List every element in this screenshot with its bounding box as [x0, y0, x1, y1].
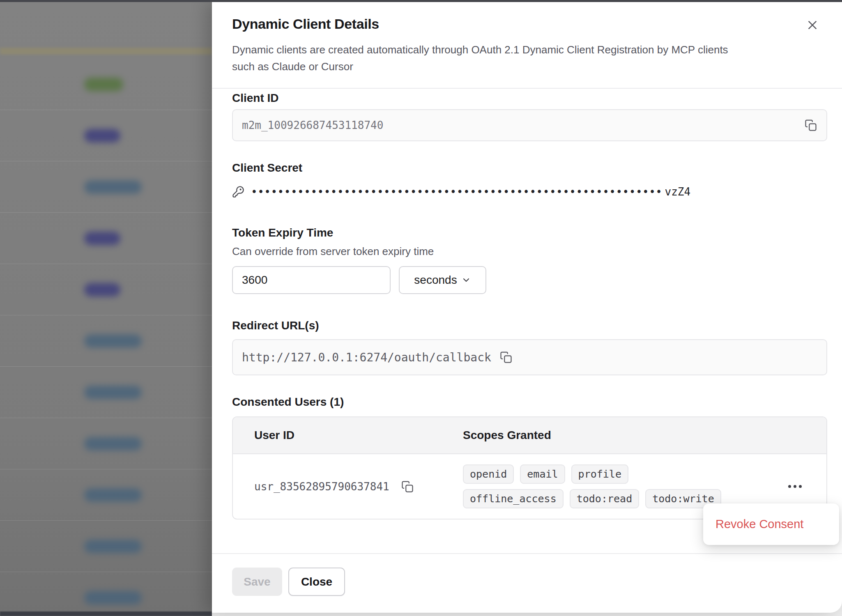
- scopes-list: openidemailprofileoffline_accesstodo:rea…: [463, 464, 734, 508]
- row-more-actions-button[interactable]: [787, 481, 803, 492]
- scope-badge: email: [520, 464, 565, 484]
- background-table-row: [0, 469, 212, 521]
- user-id-cell: usr_83562895790637841: [233, 478, 463, 495]
- chevron-down-icon: [461, 275, 471, 285]
- client-secret-suffix: vzZ4: [665, 186, 691, 198]
- client-id-value: m2m_100926687453118740: [233, 119, 383, 131]
- scope-badge: todo:read: [570, 489, 639, 508]
- background-table-row: [0, 161, 212, 213]
- dynamic-client-details-modal: Dynamic Client Details Dynamic clients a…: [212, 2, 842, 613]
- background-table-row: [0, 367, 212, 418]
- window-top-bar: [0, 0, 842, 2]
- client-secret-masked: ••••••••••••••••••••••••••••••••••••••••…: [251, 186, 663, 198]
- modal-description-line-2: such as Claude or Cursor: [232, 58, 819, 75]
- client-secret-label: Client Secret: [232, 161, 302, 175]
- background-status-badge: [84, 129, 120, 143]
- background-status-badge: [84, 591, 142, 605]
- scope-badge: offline_access: [463, 489, 564, 508]
- background-bottom-strip: [0, 611, 212, 616]
- copy-client-id-button[interactable]: [803, 117, 819, 133]
- client-secret-row: ••••••••••••••••••••••••••••••••••••••••…: [232, 182, 690, 202]
- revoke-consent-menu-item[interactable]: Revoke Consent: [715, 517, 803, 531]
- dimmed-background-app: [0, 0, 212, 616]
- background-table-row: [0, 110, 212, 161]
- redirect-url-field: http://127.0.0.1:6274/oauth/callback: [232, 339, 827, 375]
- row-actions-cell: [734, 481, 826, 492]
- copy-user-id-button[interactable]: [399, 478, 416, 495]
- save-button[interactable]: Save: [232, 568, 282, 596]
- scope-badge: openid: [463, 464, 514, 484]
- consented-users-table-header: User ID Scopes Granted: [233, 417, 826, 454]
- token-expiry-input[interactable]: [232, 266, 391, 294]
- header-divider: [212, 88, 842, 89]
- modal-description-line-1: Dynamic clients are created automaticall…: [232, 41, 819, 58]
- background-status-badge: [84, 386, 142, 399]
- row-actions-menu: Revoke Consent: [703, 503, 839, 545]
- background-table-row: [0, 264, 212, 315]
- close-button[interactable]: Close: [288, 568, 345, 596]
- modal-description: Dynamic clients are created automaticall…: [232, 41, 819, 75]
- background-status-badge: [84, 180, 142, 194]
- background-table-row: [0, 315, 212, 367]
- background-status-badge: [84, 283, 120, 297]
- scope-badge: profile: [571, 464, 628, 484]
- background-status-badge: [84, 540, 142, 553]
- background-status-badge: [84, 232, 120, 245]
- client-id-label: Client ID: [232, 92, 279, 105]
- background-table-row: [0, 572, 212, 616]
- footer-divider: [212, 553, 842, 554]
- token-expiry-label: Token Expiry Time: [232, 226, 333, 239]
- column-header-scopes: Scopes Granted: [463, 429, 826, 442]
- background-status-badge: [84, 78, 123, 91]
- background-accent-band: [0, 48, 212, 55]
- redirect-urls-label: Redirect URL(s): [232, 319, 319, 332]
- client-id-field: m2m_100926687453118740: [232, 109, 827, 141]
- background-table-row: [0, 213, 212, 264]
- background-status-badge: [84, 334, 142, 348]
- user-id-value: usr_83562895790637841: [254, 480, 389, 493]
- background-table-row: [0, 59, 212, 110]
- token-expiry-unit-value: seconds: [414, 274, 457, 287]
- background-status-badge: [84, 437, 142, 451]
- background-status-badge: [84, 488, 142, 502]
- close-icon[interactable]: [803, 15, 822, 35]
- token-expiry-unit-select[interactable]: seconds: [399, 266, 486, 294]
- background-table-row: [0, 521, 212, 572]
- token-expiry-helper: Can override from server token expiry ti…: [232, 245, 434, 258]
- column-header-user-id: User ID: [233, 429, 463, 442]
- key-icon: [232, 186, 244, 198]
- consented-users-label: Consented Users (1): [232, 395, 344, 409]
- background-table-row: [0, 418, 212, 469]
- copy-redirect-url-button[interactable]: [497, 348, 515, 366]
- modal-title: Dynamic Client Details: [232, 16, 379, 32]
- redirect-url-value: http://127.0.0.1:6274/oauth/callback: [233, 351, 491, 364]
